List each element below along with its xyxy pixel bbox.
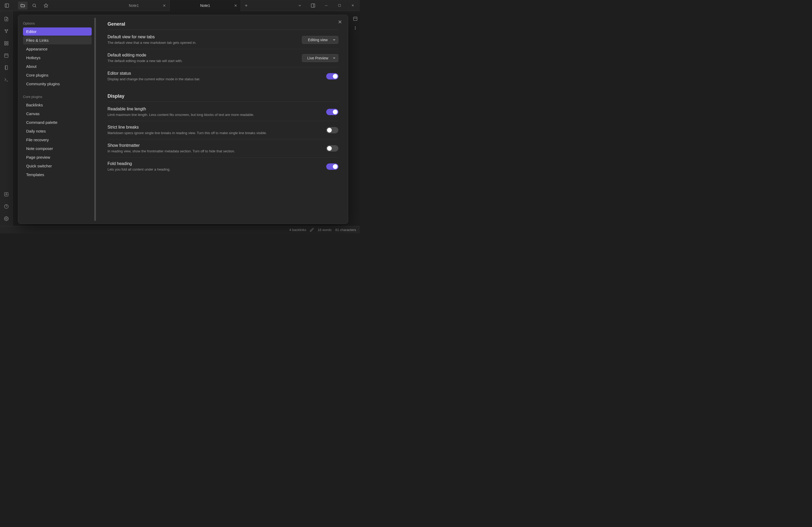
svg-rect-40 (353, 17, 357, 20)
svg-rect-25 (4, 42, 6, 43)
templates-icon[interactable] (2, 63, 11, 72)
frontmatter-toggle[interactable] (326, 145, 338, 151)
sidebar-item-page-preview[interactable]: Page preview (23, 153, 92, 161)
sidebar-item-about[interactable]: About (23, 62, 92, 71)
setting-name: Fold heading (107, 161, 321, 166)
setting-readable-line: Readable line length Limit maximum line … (107, 103, 338, 121)
svg-line-18 (6, 20, 7, 20)
expand-sidebar-right-icon[interactable] (307, 1, 319, 10)
svg-point-42 (355, 26, 356, 27)
quick-switcher-icon[interactable] (2, 15, 11, 23)
strict-breaks-toggle[interactable] (326, 127, 338, 133)
settings-modal: Options Editor Files & Links Appearance … (18, 15, 348, 224)
setting-fold-heading: Fold heading Lets you fold all content u… (107, 158, 338, 176)
titlebar: Note1 Note1 (0, 0, 360, 11)
sidebar-item-quick-switcher[interactable]: Quick switcher (23, 162, 92, 170)
bookmark-icon[interactable] (41, 2, 51, 10)
sidebar-item-editor[interactable]: Editor (23, 28, 92, 35)
sidebar-item-appearance[interactable]: Appearance (23, 45, 92, 53)
settings-sidebar: Options Editor Files & Links Appearance … (18, 15, 97, 224)
tab-dropdown-icon[interactable] (294, 1, 306, 10)
status-editor-mode-icon[interactable] (310, 228, 314, 232)
sidebar-item-note-composer[interactable]: Note composer (23, 144, 92, 152)
svg-line-3 (35, 6, 36, 7)
maximize-button[interactable] (333, 1, 346, 10)
svg-rect-26 (6, 42, 8, 43)
more-options-icon[interactable] (353, 26, 358, 30)
default-mode-dropdown[interactable]: Live Preview (302, 54, 338, 62)
svg-rect-0 (5, 4, 9, 8)
setting-name: Readable line length (107, 107, 321, 112)
svg-point-17 (6, 19, 6, 20)
svg-point-21 (6, 32, 6, 33)
folder-icon[interactable] (18, 2, 28, 10)
svg-rect-14 (338, 4, 340, 6)
settings-icon[interactable] (2, 215, 11, 223)
search-icon[interactable] (30, 2, 39, 10)
left-ribbon (0, 11, 13, 226)
close-icon[interactable] (162, 4, 166, 8)
status-words: 16 words (318, 228, 332, 232)
minimize-button[interactable] (320, 1, 332, 10)
svg-line-23 (6, 30, 7, 32)
status-chars: 81 characters (335, 228, 356, 232)
titlebar-left (0, 2, 15, 10)
default-view-dropdown[interactable]: Editing view (302, 36, 338, 44)
svg-point-2 (33, 4, 36, 7)
main-content: Options Editor Files & Links Appearance … (13, 11, 360, 226)
sidebar-item-daily-notes[interactable]: Daily notes (23, 127, 92, 135)
sidebar-item-hotkeys[interactable]: Hotkeys (23, 54, 92, 62)
sidebar-item-templates[interactable]: Templates (23, 171, 92, 179)
fold-heading-toggle[interactable] (326, 163, 338, 170)
setting-name: Editor status (107, 71, 321, 76)
setting-strict-breaks: Strict line breaks Markdown specs ignore… (107, 121, 338, 140)
setting-desc: Limit maximum line length. Less content … (107, 113, 321, 117)
sidebar-heading-options: Options (23, 21, 92, 25)
setting-desc: Lets you fold all content under a headin… (107, 167, 321, 172)
canvas-icon[interactable] (2, 39, 11, 47)
sidebar-item-files-links[interactable]: Files & Links (23, 36, 92, 44)
sidebar-item-command-palette[interactable]: Command palette (23, 118, 92, 127)
readable-line-toggle[interactable] (326, 109, 338, 115)
section-general: General (107, 21, 338, 30)
editor-status-toggle[interactable] (326, 73, 338, 79)
svg-rect-28 (6, 44, 8, 45)
setting-desc: The default view that a new markdown tab… (107, 40, 296, 45)
sidebar-item-file-recovery[interactable]: File recovery (23, 136, 92, 144)
tab-note1-inactive[interactable]: Note1 (98, 0, 170, 11)
sidebar-item-canvas[interactable]: Canvas (23, 109, 92, 118)
svg-point-44 (355, 29, 356, 30)
tab-label: Note1 (129, 3, 139, 8)
setting-frontmatter: Show frontmatter In reading view, show t… (107, 140, 338, 158)
reading-view-icon[interactable] (353, 16, 358, 21)
command-palette-icon[interactable] (2, 75, 11, 84)
setting-desc: Display and change the current editor mo… (107, 77, 321, 82)
section-display: Display (107, 93, 338, 102)
collapse-sidebar-icon[interactable] (2, 2, 12, 10)
sidebar-item-backlinks[interactable]: Backlinks (23, 101, 92, 109)
close-icon[interactable] (234, 4, 237, 8)
setting-desc: Markdown specs ignore single line breaks… (107, 131, 321, 135)
setting-desc: The default editing mode a new tab will … (107, 59, 296, 63)
setting-name: Default editing mode (107, 53, 296, 58)
graph-icon[interactable] (2, 27, 11, 35)
svg-rect-29 (4, 54, 8, 58)
vault-icon[interactable] (2, 190, 11, 199)
setting-editor-status: Editor status Display and change the cur… (107, 67, 338, 85)
status-bar: 4 backlinks 16 words 81 characters (0, 226, 360, 233)
svg-rect-34 (4, 192, 8, 196)
svg-rect-11 (311, 4, 315, 8)
svg-point-43 (355, 28, 356, 28)
sidebar-item-community-plugins[interactable]: Community plugins (23, 80, 92, 88)
close-window-button[interactable] (347, 1, 359, 10)
help-icon[interactable] (2, 202, 11, 211)
setting-default-view: Default view for new tabs The default vi… (107, 31, 338, 49)
tab-note1-active[interactable]: Note1 (170, 0, 241, 11)
svg-marker-4 (44, 3, 48, 7)
new-tab-button[interactable] (241, 0, 251, 11)
status-backlinks[interactable]: 4 backlinks (289, 228, 306, 232)
close-modal-button[interactable] (337, 19, 343, 25)
sidebar-item-core-plugins[interactable]: Core plugins (23, 71, 92, 79)
daily-note-icon[interactable] (2, 51, 11, 60)
svg-point-20 (7, 30, 8, 30)
